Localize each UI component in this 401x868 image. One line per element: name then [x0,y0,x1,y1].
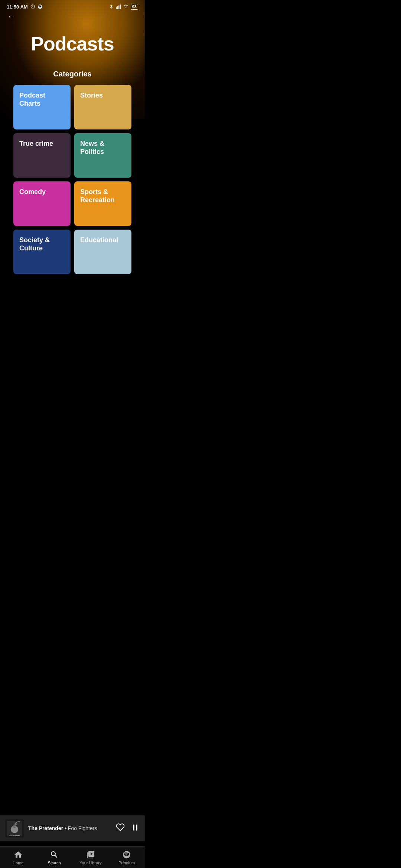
svg-rect-2 [117,6,118,9]
category-label-stories: Stories [80,92,103,100]
wifi-icon [123,4,129,9]
category-label-comedy: Comedy [19,188,46,196]
alarm-icon [30,4,35,9]
category-true-crime[interactable]: True crime [13,133,71,178]
back-button[interactable]: ← [7,12,16,22]
bluetooth-icon [109,4,114,9]
category-label-educational: Educational [80,236,118,244]
category-comedy[interactable]: Comedy [13,181,71,226]
category-label-society-culture: Society & Culture [19,236,65,252]
svg-rect-3 [118,6,119,9]
category-label-sports-recreation: Sports & Recreation [80,188,125,204]
category-sports-recreation[interactable]: Sports & Recreation [74,181,131,226]
svg-rect-1 [116,7,117,9]
status-right: 93 [109,4,138,10]
battery-indicator: 93 [131,4,138,10]
main-content: ← Podcasts Categories Podcast ChartsStor… [0,12,145,322]
svg-point-0 [38,4,42,9]
category-label-podcast-charts: Podcast Charts [19,92,65,108]
category-news-politics[interactable]: News & Politics [74,133,131,178]
categories-grid: Podcast ChartsStoriesTrue crimeNews & Po… [7,85,137,274]
category-label-news-politics: News & Politics [80,140,125,156]
category-podcast-charts[interactable]: Podcast Charts [13,85,71,129]
spotify-status-icon [38,4,43,9]
status-left: 11:50 AM [7,4,43,10]
page-title: Podcasts [7,33,137,55]
category-label-true-crime: True crime [19,140,53,148]
signal-icon [115,4,121,9]
category-educational[interactable]: Educational [74,230,131,274]
categories-title: Categories [7,70,137,78]
status-bar: 11:50 AM 93 [0,0,145,12]
category-society-culture[interactable]: Society & Culture [13,230,71,274]
time-display: 11:50 AM [7,4,28,10]
category-stories[interactable]: Stories [74,85,131,129]
svg-rect-4 [120,4,120,9]
